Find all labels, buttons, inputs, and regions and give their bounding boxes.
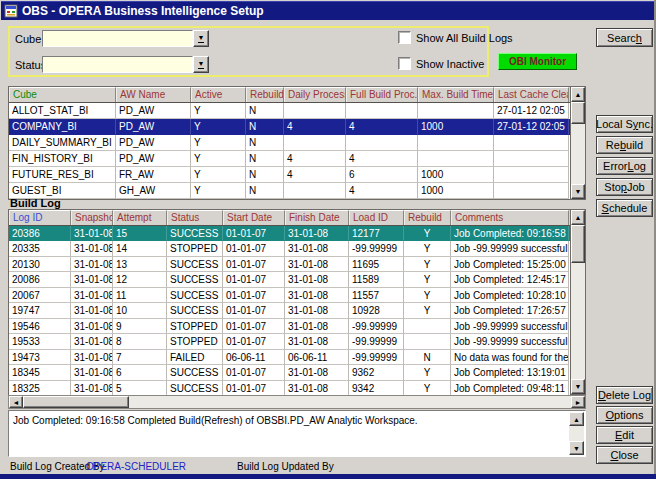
log-table-header: Log IDSnapshot DateAttemptStatusStart Da…	[9, 210, 570, 226]
table-cell: 12177	[349, 226, 404, 241]
table-cell	[404, 334, 451, 349]
scroll-down-icon[interactable]: ▼	[571, 379, 585, 394]
cube-table-header: CubeAW NameActiveRebuildDaily ProcessesF…	[9, 87, 570, 103]
cube-dropdown-button[interactable]: ▼	[193, 30, 209, 47]
log-detail-textarea[interactable]: Job Completed: 09:16:58 Completed Build(…	[8, 410, 586, 457]
scroll-up-icon[interactable]: ▲	[569, 412, 584, 426]
detail-scrollbar[interactable]: ▲ ▼	[569, 412, 584, 455]
table-cell: 31-01-08	[71, 334, 113, 349]
scrollbar-thumb[interactable]	[23, 396, 129, 408]
column-header: Status	[167, 210, 223, 225]
table-cell: 1000	[418, 167, 494, 183]
delete-log-button[interactable]: Delete Log	[596, 386, 653, 404]
table-cell: -99.99999	[349, 350, 404, 365]
status-input[interactable]	[42, 56, 193, 73]
build-log-scrollbar[interactable]: ▲ ▼	[571, 210, 585, 394]
scroll-up-icon[interactable]: ▲	[571, 87, 585, 102]
table-cell: 31-01-08	[285, 303, 349, 318]
column-header: Last Cache Clear	[494, 87, 569, 102]
column-header: Full Build Proc.	[346, 87, 418, 102]
title-bar[interactable]: OBS - OPERA Business Intelligence Setup	[1, 1, 654, 20]
show-all-build-logs-checkbox[interactable]	[398, 31, 411, 44]
table-cell: N	[246, 151, 284, 167]
local-sync-button[interactable]: Local Sync.	[596, 115, 653, 133]
table-row[interactable]: 2008631-01-0812SUCCESS01-01-0731-01-0811…	[9, 272, 570, 287]
scroll-left-icon[interactable]: ◄	[9, 396, 23, 408]
table-cell	[494, 167, 569, 183]
scroll-up-icon[interactable]: ▲	[571, 210, 585, 225]
table-row[interactable]: 1974731-01-0810SUCCESS01-01-0731-01-0810…	[9, 303, 570, 318]
build-log-hscrollbar[interactable]: ◄ ►	[8, 395, 586, 409]
table-cell: 10928	[349, 303, 404, 318]
scrollbar-track[interactable]	[129, 396, 571, 408]
table-row[interactable]: FUTURE_RES_BIFR_AWYN461000	[9, 167, 570, 183]
table-cell: 11589	[349, 272, 404, 287]
table-row[interactable]: 1953331-01-088STOPPED01-01-0731-01-08-99…	[9, 334, 570, 349]
scrollbar-thumb[interactable]	[571, 102, 585, 124]
table-row[interactable]: 1832531-01-085SUCCESS01-01-0731-01-08934…	[9, 381, 570, 396]
table-row[interactable]: 2038631-01-0815SUCCESS01-01-0731-01-0812…	[9, 226, 570, 241]
table-cell: 1000	[418, 119, 494, 135]
options-button[interactable]: Options	[596, 406, 653, 424]
table-cell: Y	[191, 167, 246, 183]
table-row[interactable]: 2013031-01-0813SUCCESS01-01-0731-01-0811…	[9, 257, 570, 272]
close-button[interactable]: Close	[596, 446, 653, 464]
table-cell: Job Completed: 09:48:11 C	[451, 381, 569, 396]
cube-input[interactable]	[42, 30, 193, 47]
table-row[interactable]: ALLOT_STAT_BIPD_AWYN27-01-12 02:05 PM	[9, 103, 570, 119]
table-row[interactable]: 1947331-01-087FAILED06-06-1106-06-11-99.…	[9, 350, 570, 365]
table-cell: 01-01-07	[223, 303, 285, 318]
rebuild-button[interactable]: Rebuild	[596, 136, 653, 154]
table-cell: 4	[284, 167, 346, 183]
table-cell: 31-01-08	[285, 272, 349, 287]
table-cell	[494, 183, 569, 199]
table-row[interactable]: FIN_HISTORY_BIPD_AWYN44	[9, 151, 570, 167]
log-table-body: 2038631-01-0815SUCCESS01-01-0731-01-0812…	[9, 226, 570, 396]
table-cell: 31-01-08	[285, 381, 349, 396]
error-log-button[interactable]: Error Log	[596, 157, 653, 175]
scrollbar-thumb[interactable]	[571, 225, 585, 263]
created-by-value: OPERA-SCHEDULER	[86, 461, 186, 472]
table-cell: PD_AW	[116, 151, 191, 167]
table-cell	[418, 151, 494, 167]
table-cell: 20067	[9, 288, 71, 303]
scroll-down-icon[interactable]: ▼	[569, 441, 584, 455]
scrollbar-track[interactable]	[571, 263, 585, 379]
scroll-right-icon[interactable]: ►	[571, 396, 585, 408]
table-row[interactable]: 1954631-01-089STOPPED01-01-0731-01-08-99…	[9, 319, 570, 334]
stop-job-button[interactable]: Stop Job	[596, 178, 653, 196]
table-cell: Job Completed: 15:25:00 C	[451, 257, 569, 272]
table-cell: 11	[113, 288, 167, 303]
table-row[interactable]: 1834531-01-086SUCCESS01-01-0731-01-08936…	[9, 365, 570, 380]
table-cell: 4	[346, 119, 418, 135]
cube-table-scrollbar[interactable]: ▲ ▼	[571, 87, 585, 199]
schedule-button[interactable]: Schedule	[596, 199, 653, 217]
search-button[interactable]: Search	[596, 28, 653, 47]
table-cell: -99.99999	[349, 319, 404, 334]
scroll-down-icon[interactable]: ▼	[571, 184, 585, 199]
column-header: Finish Date	[285, 210, 349, 225]
column-header: Log ID	[9, 210, 71, 225]
table-cell: 7	[113, 350, 167, 365]
table-cell: COMPANY_BI	[9, 119, 116, 135]
table-row[interactable]: GUEST_BIGH_AWYN41000	[9, 183, 570, 199]
table-row[interactable]: 2006731-01-0811SUCCESS01-01-0731-01-0811…	[9, 288, 570, 303]
cube-label: Cube	[15, 33, 41, 45]
table-cell: PD_AW	[116, 103, 191, 119]
table-cell: 20086	[9, 272, 71, 287]
edit-button[interactable]: Edit	[596, 426, 653, 444]
table-row[interactable]: 2033531-01-0814STOPPED01-01-0731-01-08-9…	[9, 241, 570, 256]
table-cell: SUCCESS	[167, 303, 223, 318]
table-row[interactable]: DAILY_SUMMARY_BIPD_AWYN	[9, 135, 570, 151]
table-row[interactable]: COMPANY_BIPD_AWYN44100027-01-12 02:05 PM	[9, 119, 570, 135]
scrollbar-track[interactable]	[571, 124, 585, 184]
table-cell: 06-06-11	[223, 350, 285, 365]
table-cell: SUCCESS	[167, 226, 223, 241]
table-cell: Y	[404, 365, 451, 380]
table-cell: N	[246, 119, 284, 135]
obi-monitor-button[interactable]: OBI Monitor	[498, 53, 577, 70]
show-inactive-checkbox[interactable]	[398, 57, 411, 70]
table-cell: N	[246, 135, 284, 151]
status-dropdown-button[interactable]: ▼	[193, 56, 209, 73]
table-cell: 01-01-07	[223, 288, 285, 303]
